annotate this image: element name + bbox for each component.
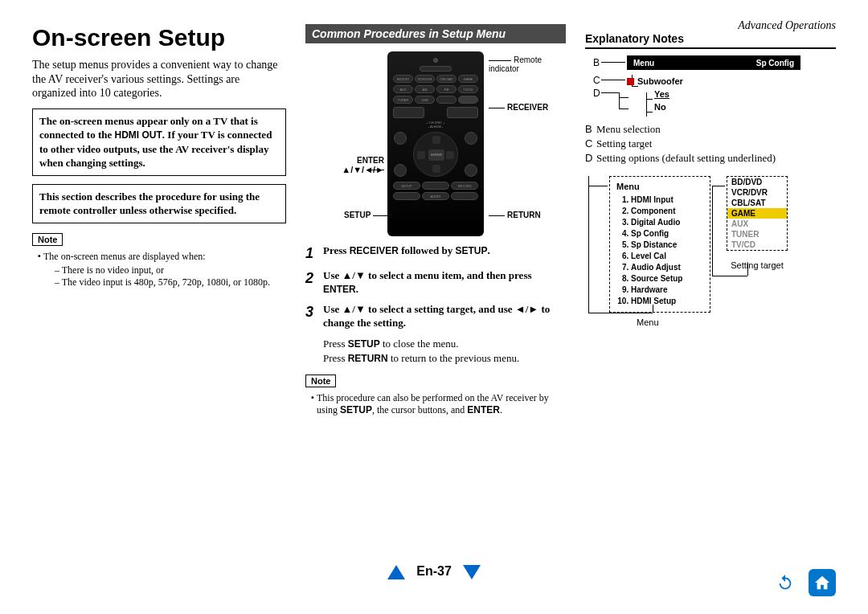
label-setting-target: Setting target xyxy=(727,260,788,270)
column-left: On-screen Setup The setup menus provides… xyxy=(32,24,286,418)
diagram-menu-boxes: Menu HDMI InputComponentDigital AudioSp … xyxy=(609,176,836,313)
step-2: 2 Use ▲/▼ to select a menu item, and the… xyxy=(305,269,566,297)
label-remote-indicator: Remote indicator xyxy=(489,55,566,73)
page-title: On-screen Setup xyxy=(32,24,286,51)
home-icon[interactable] xyxy=(809,569,836,596)
procedure-note: This procedure can also be performed on … xyxy=(317,392,566,416)
undo-icon[interactable] xyxy=(772,569,799,596)
label-setup: SETUP xyxy=(344,211,389,219)
step-1: 1 Press RECEIVER followed by SETUP. xyxy=(305,244,566,263)
column-middle: Common Procedures in Setup Menu BD/DVDVC… xyxy=(305,24,566,418)
square-icon xyxy=(627,78,634,85)
page-footer: En-37 xyxy=(0,564,868,596)
note-chip: Note xyxy=(32,233,63,246)
return-menu-text: Press RETURN to return to the previous m… xyxy=(323,351,566,366)
section-header: Advanced Operations xyxy=(738,19,836,32)
target-list-box: BD/DVDVCR/DVRCBL/SATGAMEAUXTUNERTV/CD xyxy=(727,176,788,251)
label-receiver: RECEIVER xyxy=(489,103,548,112)
step-3: 3 Use ▲/▼ to select a setting target, an… xyxy=(305,303,566,330)
legend: BMenu selection CSetting target DSetting… xyxy=(585,123,836,165)
page-number: En-37 xyxy=(416,564,452,578)
close-menu-text: Press SETUP to close the menu. xyxy=(323,337,566,351)
remote-diagram: BD/DVDVCR/DVRCBL/SATGAME AUXAMFMTV/CD TU… xyxy=(305,51,566,244)
warning-box-2: This section describes the procedure for… xyxy=(32,184,286,223)
column-right: Explanatory Notes B Menu Sp Config C D S… xyxy=(585,24,836,418)
page-prev-icon[interactable] xyxy=(387,565,405,579)
menubar-example: Menu Sp Config xyxy=(627,55,800,70)
warning-box-1: The on-screen menus appear only on a TV … xyxy=(32,108,286,176)
label-enter: ENTER▲/▼/◄/► xyxy=(328,156,384,183)
note-list: The on-screen menus are displayed when: xyxy=(43,251,286,263)
page-next-icon[interactable] xyxy=(463,565,481,579)
note-chip-2: Note xyxy=(305,375,336,387)
intro-text: The setup menus provides a convenient wa… xyxy=(32,58,286,100)
menu-list-box: Menu HDMI InputComponentDigital AudioSp … xyxy=(609,176,710,313)
remote-control-icon: BD/DVDVCR/DVRCBL/SATGAME AUXAMFMTV/CD TU… xyxy=(387,51,484,236)
section-banner: Common Procedures in Setup Menu xyxy=(305,24,566,43)
label-return: RETURN xyxy=(489,211,541,219)
explanatory-title: Explanatory Notes xyxy=(585,32,836,49)
diagram-menu-tree: B Menu Sp Config C D Subwoofer xyxy=(585,55,836,120)
label-menu-under: Menu xyxy=(637,317,836,327)
